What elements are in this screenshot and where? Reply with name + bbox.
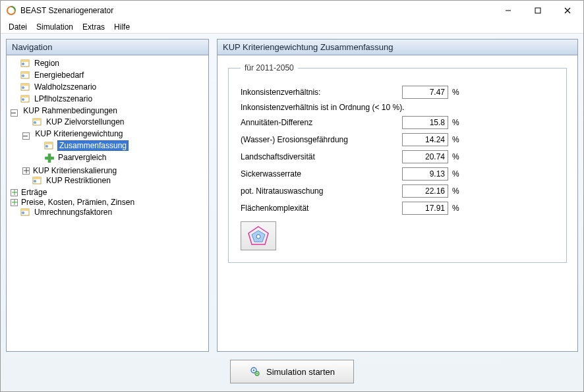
doc-icon (32, 117, 43, 126)
gear-run-icon (249, 366, 261, 378)
svg-rect-12 (21, 84, 29, 86)
svg-point-36 (22, 211, 24, 214)
nav-item-paarvergleich[interactable]: Paarvergleich (43, 153, 108, 162)
label-inkons-ok: Inkonsistenzverhältnis ist in Ordnung (<… (241, 103, 404, 112)
tree-toggle[interactable] (11, 189, 18, 196)
value-annu: 15.8 (402, 116, 448, 129)
main-panel: KUP Kriteriengewichtung Zusammenfassung … (217, 39, 578, 352)
svg-rect-21 (45, 142, 53, 144)
window-controls (493, 1, 582, 20)
navigation-title: Navigation (7, 40, 208, 55)
svg-point-39 (256, 235, 260, 238)
svg-rect-6 (21, 60, 29, 62)
row-annu: Annuitäten-Differenz 15.8 % (241, 116, 554, 129)
tree-toggle[interactable] (11, 109, 18, 117)
svg-rect-15 (21, 96, 29, 98)
navigation-tree[interactable]: Region Energiebedarf Waldholzszenario LP… (7, 55, 208, 351)
doc-icon (32, 176, 43, 185)
row-sicker: Sickerwasserrate 9.13 % (241, 167, 554, 181)
label-nitrat: pot. Nitratauswaschung (241, 186, 402, 196)
period-legend: für 2011-2050 (241, 63, 298, 72)
doc-icon (20, 70, 31, 80)
doc-icon (20, 208, 31, 217)
nav-item-kup-skalierung[interactable]: KUP Kriterienskalierung (31, 166, 119, 175)
svg-rect-35 (21, 209, 29, 211)
row-erosion: (Wasser-) Erosionsgefährdung 14.24 % (241, 133, 554, 146)
value-sicker: 9.13 (402, 167, 448, 181)
radar-chart-icon (245, 225, 272, 247)
app-icon (6, 5, 16, 16)
value-landdiv: 20.74 (402, 150, 448, 163)
tree-toggle[interactable] (11, 199, 18, 206)
main-title: KUP Kriteriengewichtung Zusammenfassung (218, 40, 577, 55)
menu-hilfe[interactable]: Hilfe (110, 21, 134, 33)
svg-point-13 (22, 86, 24, 89)
menu-datei[interactable]: Datei (5, 21, 31, 33)
svg-point-10 (22, 74, 24, 77)
window-title: BEAST Szenariogenerator (20, 6, 493, 15)
maximize-button[interactable] (523, 1, 552, 20)
nav-item-kup-restrikt[interactable]: KUP Restriktionen (31, 176, 113, 185)
svg-point-19 (34, 121, 36, 124)
nav-item-energiebedarf[interactable]: Energiebedarf (19, 70, 86, 80)
svg-point-22 (45, 145, 48, 148)
nav-item-kup-gewicht[interactable]: KUP Kriteriengewichtung (33, 129, 125, 138)
doc-icon (20, 94, 31, 103)
unit: % (448, 88, 464, 97)
svg-rect-18 (33, 119, 41, 121)
svg-marker-43 (256, 373, 258, 375)
svg-rect-28 (33, 177, 41, 179)
value-inkons: 7.47 (402, 86, 448, 99)
unit: % (448, 169, 464, 179)
label-annu: Annuitäten-Differenz (241, 118, 402, 127)
unit: % (448, 118, 464, 127)
label-erosion: (Wasser-) Erosionsgefährdung (241, 135, 402, 144)
simulate-label: Simulation starten (266, 367, 335, 377)
nav-item-umrechnung[interactable]: Umrechnungsfaktoren (19, 208, 114, 217)
doc-icon (20, 82, 31, 92)
label-inkons: Inkonsistenzverhältnis: (241, 88, 402, 97)
menu-simulation[interactable]: Simulation (32, 21, 77, 33)
navigation-panel: Navigation Region Energiebedarf Waldholz… (6, 39, 209, 352)
nav-item-zusammenfassung[interactable]: Zusammenfassung (43, 140, 130, 151)
label-sicker: Sickerwasserrate (241, 169, 402, 179)
titlebar: BEAST Szenariogenerator (1, 1, 583, 20)
menu-extras[interactable]: Extras (78, 21, 109, 33)
menubar: Datei Simulation Extras Hilfe (1, 20, 583, 34)
nav-item-ertraege[interactable]: Erträge (19, 188, 49, 197)
svg-point-16 (22, 98, 24, 101)
value-erosion: 14.24 (402, 133, 448, 146)
unit: % (448, 135, 464, 144)
row-inkons: Inkonsistenzverhältnis: 7.47 % (241, 86, 554, 99)
plus-icon (44, 153, 55, 162)
row-nitrat: pot. Nitratauswaschung 22.16 % (241, 184, 554, 198)
label-flaechen: Flächenkomplexität (241, 204, 402, 213)
body-area: Navigation Region Energiebedarf Waldholz… (1, 34, 583, 391)
svg-rect-9 (21, 72, 29, 74)
tree-toggle[interactable] (22, 132, 30, 140)
columns: Navigation Region Energiebedarf Waldholz… (6, 39, 578, 352)
svg-point-29 (34, 180, 36, 182)
svg-rect-24 (45, 157, 54, 160)
unit: % (448, 186, 464, 196)
doc-icon (44, 141, 55, 150)
doc-icon (20, 59, 31, 68)
nav-item-region[interactable]: Region (19, 59, 61, 68)
minimize-button[interactable] (493, 1, 523, 20)
unit: % (448, 204, 464, 213)
tree-toggle[interactable] (22, 167, 30, 175)
nav-item-preise[interactable]: Preise, Kosten, Prämien, Zinsen (19, 198, 136, 207)
nav-item-kup-ziel[interactable]: KUP Zielvorstellungen (31, 117, 127, 126)
value-nitrat: 22.16 (402, 184, 448, 198)
bottom-bar: Simulation starten (6, 357, 578, 386)
nav-item-lpflholz[interactable]: LPflholzszenario (19, 94, 94, 103)
main-content: für 2011-2050 Inkonsistenzverhältnis: 7.… (218, 55, 577, 351)
period-fieldset: für 2011-2050 Inkonsistenzverhältnis: 7.… (228, 63, 567, 263)
radar-chart-button[interactable] (241, 221, 276, 250)
close-button[interactable] (552, 1, 582, 20)
simulate-button[interactable]: Simulation starten (230, 360, 354, 383)
nav-item-waldholz[interactable]: Waldholzszenario (19, 82, 98, 92)
value-flaechen: 17.91 (402, 202, 448, 215)
nav-item-kup-rahmen[interactable]: KUP Rahmenbedingungen (21, 106, 119, 115)
svg-rect-2 (535, 8, 540, 13)
